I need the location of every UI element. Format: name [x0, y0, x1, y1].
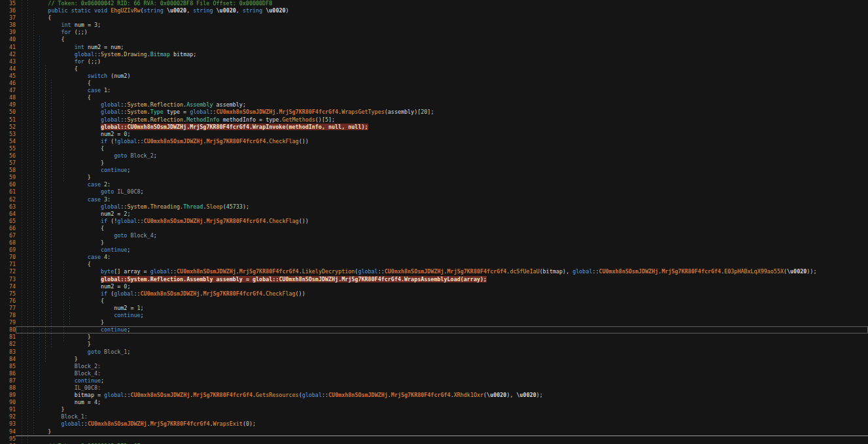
code-line[interactable]: 58 continue; [0, 167, 868, 174]
code-line[interactable]: 83 goto Block_1; [0, 349, 868, 356]
token-k: global [101, 203, 120, 210]
token-m: CheckFlag [269, 138, 298, 145]
line-number: 80 [0, 326, 16, 333]
code-line[interactable]: 37 { [0, 14, 868, 22]
code-text: { [16, 298, 868, 305]
code-line[interactable]: 71 { [0, 261, 868, 268]
code-line[interactable]: 78 continue; [0, 312, 868, 319]
token-p: :: [133, 290, 140, 297]
code-line[interactable]: 73 global::System.Reflection.Assembly as… [0, 276, 868, 283]
token-lab: Block_1 [104, 349, 127, 355]
code-line[interactable]: 91 } [0, 406, 868, 413]
code-text: { [16, 14, 868, 22]
token-k: goto [88, 349, 101, 355]
line-number: 46 [0, 80, 16, 87]
code-line[interactable]: 89 bitmap = global::CU0mxh8nSOsmJDWZHj.M… [0, 392, 868, 399]
code-line[interactable]: 42 global::System.Drawing.Bitmap bitmap; [0, 51, 868, 58]
token-k: global [302, 392, 322, 398]
token-loc: methodInfo [223, 116, 256, 123]
code-line[interactable]: 92 Block_1: [0, 413, 868, 420]
code-line[interactable]: 55 { [0, 145, 868, 152]
code-line[interactable]: 63 global::System.Threading.Thread.Sleep… [0, 203, 868, 211]
code-line[interactable]: 85 Block_2: [0, 363, 868, 370]
code-line[interactable]: 41 int num2 = num; [0, 44, 868, 51]
code-line[interactable]: 68 } [0, 239, 868, 247]
code-line[interactable]: 88 IL_00C8: [0, 384, 868, 392]
code-line[interactable]: 50 global::System.Type type = global::CU… [0, 109, 868, 116]
token-p: = [94, 392, 104, 398]
code-line[interactable]: 59 } [0, 174, 868, 181]
indent-whitespace [22, 312, 114, 318]
code-line[interactable]: 40 { [0, 36, 868, 43]
code-line[interactable]: 82 } [0, 341, 868, 348]
code-line[interactable]: 48 { [0, 94, 868, 101]
code-line[interactable]: 60 case 2: [0, 181, 868, 188]
line-number: 39 [0, 29, 16, 36]
token-p: :: [378, 268, 385, 275]
code-line[interactable]: 56 goto Block_2; [0, 152, 868, 160]
code-line[interactable]: 74 num2 = 0; [0, 283, 868, 290]
token-p: ; [127, 211, 130, 217]
token-k: global [117, 218, 137, 224]
code-line[interactable]: 53 num2 = 0; [0, 131, 868, 138]
code-line[interactable]: 79 } [0, 319, 868, 326]
code-line[interactable]: 44 { [0, 65, 868, 73]
token-p: :: [120, 116, 127, 123]
code-line[interactable]: 57 } [0, 160, 868, 167]
code-line[interactable]: 86 Block_4: [0, 370, 868, 377]
code-line[interactable]: 36 public static void EhgUZIvRw(string \… [0, 7, 868, 14]
code-line[interactable]: 54 if (!global::CU0mxh8nSOsmJDWZHj.MrjSg… [0, 138, 868, 145]
line-number: 62 [0, 196, 16, 203]
code-line[interactable]: 94 } [0, 428, 868, 435]
code-line[interactable]: 47 case 1: [0, 87, 868, 94]
code-line[interactable]: 43 for (;;) [0, 58, 868, 65]
token-p: = [114, 283, 124, 290]
code-line[interactable]: 70 case 4: [0, 254, 868, 261]
token-k: global [101, 101, 120, 108]
code-line[interactable]: 39 for (;;) [0, 29, 868, 36]
code-line[interactable]: 75 if (global::CU0mxh8nSOsmJDWZHj.MrjSg7… [0, 290, 868, 298]
statement: } [101, 160, 104, 166]
code-line[interactable]: 67 goto Block_4; [0, 232, 868, 239]
code-line[interactable]: 64 num2 = 2; [0, 211, 868, 218]
code-text: num2 = 2; [16, 211, 868, 218]
code-line[interactable]: 46 { [0, 80, 868, 87]
code-line[interactable]: 49 global::System.Reflection.Assembly as… [0, 101, 868, 109]
token-p: = [114, 131, 124, 137]
indent-whitespace [22, 14, 48, 21]
code-line[interactable]: 52 global::CU0mxh8nSOsmJDWZHj.MrjSg7KR80… [0, 124, 868, 131]
code-line[interactable]: 61 goto IL_00C8; [0, 188, 868, 196]
code-line[interactable]: 51 global::System.Reflection.MethodInfo … [0, 116, 868, 124]
code-line[interactable]: 38 int num = 3; [0, 22, 868, 29]
token-p: { [88, 80, 91, 86]
code-line[interactable]: 45 switch (num2) [0, 73, 868, 80]
code-line[interactable]: 76 { [0, 298, 868, 305]
code-line[interactable]: 90 num = 4; [0, 399, 868, 406]
line-number: 64 [0, 211, 16, 218]
token-p: ()) [296, 290, 305, 297]
code-editor[interactable]: 35 // Token: 0x06000042 RID: 66 RVA: 0x0… [0, 0, 868, 444]
token-loc: num2 [114, 73, 127, 79]
token-p: ; [141, 188, 144, 195]
token-cl: MrjSg7KR80F4fcrGf4 [661, 268, 721, 275]
code-line[interactable]: 65 if (!global::CU0mxh8nSOsmJDWZHj.MrjSg… [0, 218, 868, 225]
code-line[interactable]: 35 // Token: 0x06000042 RID: 66 RVA: 0x0… [0, 0, 868, 7]
code-line[interactable]: 95 [0, 435, 868, 443]
code-line[interactable]: 87 continue; [0, 377, 868, 384]
indent-whitespace [22, 188, 101, 195]
token-p: ; [97, 22, 101, 28]
code-line[interactable]: 62 case 3: [0, 196, 868, 203]
token-k: if [101, 290, 107, 297]
code-line[interactable]: 69 continue; [0, 247, 868, 254]
code-line[interactable]: 72 byte[] array = global::CU0mxh8nSOsmJD… [0, 268, 868, 275]
statement: goto Block_2; [114, 152, 157, 159]
code-line[interactable]: 77 num2 = 1; [0, 305, 868, 312]
code-line[interactable]: 93 global::CU0mxh8nSOsmJDWZHj.MrjSg7KR80… [0, 420, 868, 428]
indent-whitespace [22, 80, 88, 86]
code-line[interactable]: 81 } [0, 333, 868, 341]
code-line[interactable]: 66 { [0, 225, 868, 232]
token-k: string [243, 7, 262, 14]
code-line-current[interactable]: 80 continue; [0, 326, 868, 333]
code-line[interactable]: 84 } [0, 356, 868, 363]
statement: for (;;) [75, 58, 101, 65]
